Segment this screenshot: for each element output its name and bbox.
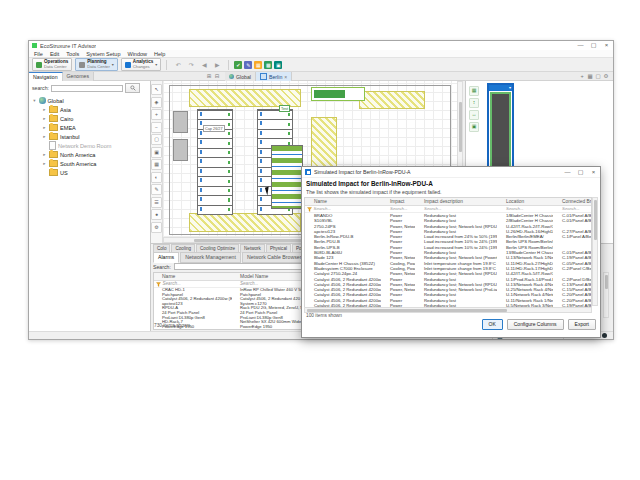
- pan-tool-icon[interactable]: ◈: [151, 97, 162, 108]
- settings-tool-icon[interactable]: ⚙: [151, 222, 162, 233]
- tree-item[interactable]: Network Demo Room: [29, 141, 150, 150]
- bottom-panel-tab[interactable]: Network Management: [180, 252, 241, 263]
- column-header[interactable]: Impact description: [415, 198, 497, 205]
- filter-input[interactable]: Search...: [415, 206, 497, 212]
- dialog-maximize-button[interactable]: ▢: [574, 168, 587, 177]
- bottom-panel-tab[interactable]: Alarms: [153, 252, 179, 263]
- maximize-button[interactable]: ▢: [587, 41, 600, 50]
- tree-item[interactable]: ▸ South America: [29, 159, 150, 168]
- expander-icon[interactable]: ▸: [42, 116, 47, 121]
- search-button[interactable]: [125, 83, 140, 93]
- left-panel-tab[interactable]: Genomes: [63, 72, 95, 81]
- column-header[interactable]: Name: [154, 273, 232, 280]
- tree-item[interactable]: US: [29, 168, 150, 177]
- expander-icon[interactable]: ▸: [42, 161, 47, 166]
- expander-icon[interactable]: ▾: [32, 98, 37, 103]
- crac-unit[interactable]: [173, 111, 188, 133]
- filter-input[interactable]: Search...: [381, 206, 415, 212]
- tree-item[interactable]: ▾ Global: [29, 96, 150, 105]
- filter-input[interactable]: Search...: [163, 281, 181, 287]
- items-count: 730 items shown: [154, 323, 190, 328]
- expander-icon[interactable]: ▸: [42, 125, 47, 130]
- dialog-close-button[interactable]: ×: [587, 168, 600, 177]
- bottom-panel-tab[interactable]: Network Cable Browser: [242, 252, 307, 263]
- menu-item[interactable]: Help: [154, 51, 165, 57]
- column-header[interactable]: Name: [305, 198, 381, 205]
- location-search-input[interactable]: [51, 85, 123, 92]
- rack-fit-width-icon[interactable]: ↔: [469, 110, 479, 120]
- tree-node-label: Asia: [60, 107, 71, 113]
- menu-item[interactable]: Tools: [66, 51, 79, 57]
- edit-tool-icon[interactable]: ✎: [151, 184, 162, 195]
- column-header[interactable]: Connected Breaker: [553, 198, 591, 205]
- minimize-button[interactable]: —: [574, 41, 587, 50]
- perspective-operations[interactable]: OperationsData Center: [32, 58, 72, 71]
- filter-input[interactable]: Search...: [497, 206, 553, 212]
- tree-item[interactable]: ▸ EMEA: [29, 123, 150, 132]
- rack-panel-icon[interactable]: ▣: [469, 122, 479, 132]
- expander-icon[interactable]: ▸: [42, 152, 47, 157]
- tree-item[interactable]: ▸ Istanbul: [29, 132, 150, 141]
- close-button[interactable]: ×: [600, 41, 613, 50]
- new-window-icon[interactable]: ▢: [594, 72, 602, 80]
- genome-library-icon[interactable]: ▩: [264, 61, 272, 69]
- export-icon[interactable]: ▣: [274, 61, 282, 69]
- menu-item[interactable]: System Setup: [86, 51, 120, 57]
- rack-fit-height-icon[interactable]: ↕: [469, 98, 479, 108]
- search-label: Search:: [153, 264, 171, 270]
- zoom-in-icon[interactable]: +: [578, 72, 586, 80]
- left-panel-tab[interactable]: Navigation: [29, 72, 63, 81]
- expander-icon[interactable]: ▸: [42, 134, 47, 139]
- work-orders-icon[interactable]: ✎: [244, 61, 252, 69]
- rack-grid-icon[interactable]: ▦: [469, 86, 479, 96]
- menu-item[interactable]: File: [34, 51, 43, 57]
- overview-tool-icon[interactable]: ▣: [151, 147, 162, 158]
- configure-columns-button[interactable]: Configure Columns: [507, 319, 564, 330]
- undo-icon[interactable]: ↶: [172, 59, 184, 71]
- settings-icon[interactable]: ⚙: [602, 72, 610, 80]
- dialog-minimize-button[interactable]: —: [561, 168, 574, 177]
- zoom-in-tool-icon[interactable]: +: [151, 109, 162, 120]
- zoom-out-tool-icon[interactable]: −: [151, 122, 162, 133]
- column-header[interactable]: Location: [497, 198, 553, 205]
- perspective-analytics[interactable]: AnalyticsChanges ▾: [121, 58, 161, 71]
- tree-item[interactable]: ▸ Asia: [29, 105, 150, 114]
- table-vertical-scrollbar[interactable]: [603, 272, 609, 318]
- menu-item[interactable]: Window: [127, 51, 147, 57]
- grid-view-icon[interactable]: ▦: [586, 72, 594, 80]
- close-tab-icon[interactable]: ×: [284, 74, 287, 80]
- reports-icon[interactable]: ▦: [254, 61, 262, 69]
- filter-input[interactable]: Search...: [314, 206, 332, 212]
- crac-unit[interactable]: [173, 139, 188, 161]
- dialog-heading: Simulated Impact for Berlin-InRow-PDU-A: [306, 180, 433, 187]
- tab-global[interactable]: Global: [225, 72, 256, 81]
- dialog-horizontal-scrollbar[interactable]: [304, 307, 592, 313]
- back-icon[interactable]: ◀: [198, 59, 210, 71]
- search-label: search:: [32, 85, 49, 91]
- audit-trail-icon[interactable]: ✔: [234, 61, 242, 69]
- column-header[interactable]: Impact: [381, 198, 415, 205]
- export-button[interactable]: Export: [568, 319, 596, 330]
- tree-item[interactable]: ▸ Cairo: [29, 114, 150, 123]
- rack-row[interactable]: [271, 145, 303, 209]
- tree-node-icon: [49, 151, 58, 158]
- layers-tool-icon[interactable]: ▦: [151, 159, 162, 170]
- color-layer-tool-icon[interactable]: ◐: [151, 172, 162, 183]
- rack-menu-icon[interactable]: ▾: [509, 85, 511, 91]
- ok-button[interactable]: OK: [482, 319, 503, 330]
- filter-input[interactable]: Search...: [553, 206, 591, 212]
- record-tool-icon[interactable]: ●: [151, 209, 162, 220]
- expander-icon[interactable]: ▸: [42, 107, 47, 112]
- redo-icon[interactable]: ↷: [185, 59, 197, 71]
- zoom-fit-tool-icon[interactable]: ▢: [151, 134, 162, 145]
- collapse-view-icon[interactable]: ⊟: [213, 72, 221, 80]
- select-tool-icon[interactable]: ↖: [151, 84, 162, 95]
- dialog-vertical-scrollbar[interactable]: [592, 197, 598, 306]
- forward-icon[interactable]: ▶: [211, 59, 223, 71]
- menu-item[interactable]: Edit: [50, 51, 59, 57]
- dock-view-icon[interactable]: ⊞: [205, 72, 213, 80]
- list-tool-icon[interactable]: ☰: [151, 197, 162, 208]
- tab-berlin[interactable]: Berlin ×: [256, 72, 292, 81]
- tree-item[interactable]: ▸ North America: [29, 150, 150, 159]
- perspective-planning[interactable]: PlanningData Center ▾: [75, 58, 118, 71]
